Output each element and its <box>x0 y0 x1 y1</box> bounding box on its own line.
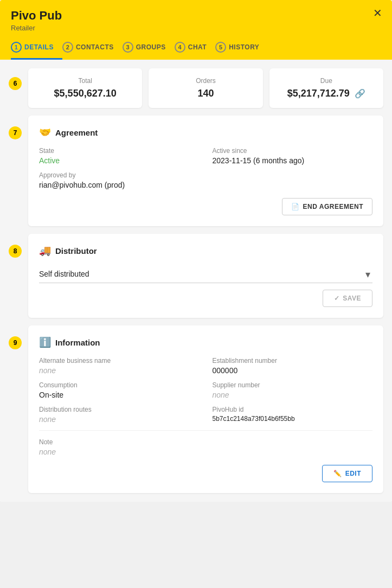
tab-label-contacts: CONTACTS <box>76 43 114 51</box>
edit-button[interactable]: ✏️ EDIT <box>322 465 372 482</box>
supplier-number-label: Supplier number <box>213 381 373 389</box>
tab-label-chat: CHAT <box>188 43 207 51</box>
save-button[interactable]: ✓ SAVE <box>323 290 372 307</box>
orders-value: 140 <box>157 88 254 99</box>
modal-container: Pivo Pub Retailer ✕ 1 DETAILS 2 CONTACTS… <box>0 0 392 502</box>
close-icon: ✕ <box>373 7 382 19</box>
agreement-title: 🤝 Agreement <box>39 126 372 138</box>
stat-total: Total $5,550,627.10 <box>28 68 142 108</box>
step-7-badge: 7 <box>9 126 22 139</box>
state-field: State Active <box>39 147 200 165</box>
establishment-number-value: 000000 <box>213 366 373 375</box>
checkmark-icon: ✓ <box>334 295 340 302</box>
tab-badge-contacts: 2 <box>62 42 73 53</box>
orders-label: Orders <box>157 77 254 85</box>
tab-groups[interactable]: 3 GROUPS <box>123 36 175 60</box>
distributor-actions: ✓ SAVE <box>39 290 372 307</box>
info-icon: ℹ️ <box>39 336 51 348</box>
agreement-actions: 📄 END AGREEMENT <box>39 198 372 215</box>
tab-chat[interactable]: 4 CHAT <box>175 36 215 60</box>
due-value: $5,217,712.79 🔗 <box>278 88 375 99</box>
info-row-3: Distribution routes none PivoHub id 5b7c… <box>39 406 372 424</box>
document-icon: 📄 <box>291 203 300 210</box>
information-section: 9 ℹ️ Information Alternate business name… <box>9 325 383 493</box>
distribution-routes-field: Distribution routes none <box>39 406 200 424</box>
information-actions: ✏️ EDIT <box>39 465 372 482</box>
approved-by-field: Approved by rian@pivohub.com (prod) <box>39 171 372 189</box>
distributor-section: 8 🚚 Distributor Self distributed ▾ ✓ SAV… <box>9 234 383 318</box>
stat-orders: Orders 140 <box>149 68 262 108</box>
state-label: State <box>39 147 200 155</box>
tab-contacts[interactable]: 2 CONTACTS <box>62 36 123 60</box>
information-title: ℹ️ Information <box>39 336 372 348</box>
tab-badge-chat: 4 <box>175 42 185 53</box>
agreement-section: 7 🤝 Agreement State Active Active since … <box>9 116 383 226</box>
state-value: Active <box>39 156 200 165</box>
distribution-routes-label: Distribution routes <box>39 406 200 413</box>
note-section: Note none <box>39 430 372 456</box>
close-button[interactable]: ✕ <box>373 8 382 18</box>
active-since-value: 2023-11-15 (6 months ago) <box>213 156 373 165</box>
step-8-badge: 8 <box>9 245 22 258</box>
tab-badge-history: 5 <box>215 42 226 53</box>
agreement-icon: 🤝 <box>39 126 51 138</box>
modal-body: 6 Total $5,550,627.10 Orders 140 Due $5,… <box>0 60 392 502</box>
total-label: Total <box>37 77 133 85</box>
tab-details[interactable]: 1 DETAILS <box>11 36 62 60</box>
stat-due: Due $5,217,712.79 🔗 <box>269 68 383 108</box>
supplier-number-value: none <box>213 391 373 399</box>
consumption-label: Consumption <box>39 381 200 389</box>
pivohub-id-field: PivoHub id 5b7c1c2148a73f014b6f55bb <box>213 406 373 424</box>
agreement-info: State Active Active since 2023-11-15 (6 … <box>39 147 372 165</box>
establishment-number-field: Establishment number 000000 <box>213 357 373 375</box>
info-row-2: Consumption On-site Supplier number none <box>39 381 372 399</box>
consumption-field: Consumption On-site <box>39 381 200 399</box>
distributor-card: 🚚 Distributor Self distributed ▾ ✓ SAVE <box>28 234 383 318</box>
supplier-number-field: Supplier number none <box>213 381 373 399</box>
agreement-card: 🤝 Agreement State Active Active since 20… <box>28 116 383 226</box>
pivohub-id-label: PivoHub id <box>213 406 373 413</box>
total-value: $5,550,627.10 <box>37 88 133 99</box>
note-label: Note <box>39 438 372 446</box>
modal-subtitle: Retailer <box>11 24 62 32</box>
distributor-wrapper: Self distributed ▾ <box>39 265 372 283</box>
tab-badge-groups: 3 <box>123 42 133 53</box>
alt-business-name-value: none <box>39 366 200 375</box>
pivohub-id-value: 5b7c1c2148a73f014b6f55bb <box>213 415 373 423</box>
step-9-badge: 9 <box>9 336 22 349</box>
active-since-label: Active since <box>213 147 373 155</box>
stats-section: 6 Total $5,550,627.10 Orders 140 Due $5,… <box>9 68 383 108</box>
tab-label-history: HISTORY <box>229 43 259 51</box>
modal-header: Pivo Pub Retailer ✕ 1 DETAILS 2 CONTACTS… <box>0 0 392 60</box>
due-label: Due <box>278 77 375 85</box>
approved-by-value: rian@pivohub.com (prod) <box>39 181 372 189</box>
active-since-field: Active since 2023-11-15 (6 months ago) <box>213 147 373 165</box>
distributor-title: 🚚 Distributor <box>39 245 372 257</box>
truck-icon: 🚚 <box>39 245 51 257</box>
step-6-badge: 6 <box>9 77 22 90</box>
info-row-1: Alternate business name none Establishme… <box>39 357 372 375</box>
tab-label-details: DETAILS <box>24 43 54 51</box>
pencil-icon: ✏️ <box>333 470 342 477</box>
stats-row: Total $5,550,627.10 Orders 140 Due $5,21… <box>28 68 383 108</box>
tab-badge-details: 1 <box>11 42 22 53</box>
distributor-select[interactable]: Self distributed <box>39 265 372 283</box>
end-agreement-button[interactable]: 📄 END AGREEMENT <box>282 198 372 215</box>
approved-by-label: Approved by <box>39 171 372 179</box>
tabs-container: 1 DETAILS 2 CONTACTS 3 GROUPS 4 CHAT 5 H… <box>11 36 381 60</box>
consumption-value: On-site <box>39 391 200 399</box>
due-link-icon[interactable]: 🔗 <box>355 89 365 98</box>
modal-title: Pivo Pub <box>11 9 62 23</box>
information-card: ℹ️ Information Alternate business name n… <box>28 325 383 493</box>
establishment-number-label: Establishment number <box>213 357 373 365</box>
alt-business-name-label: Alternate business name <box>39 357 200 365</box>
tab-history[interactable]: 5 HISTORY <box>215 36 268 60</box>
tab-label-groups: GROUPS <box>136 43 166 51</box>
alt-business-name-field: Alternate business name none <box>39 357 200 375</box>
distribution-routes-value: none <box>39 415 200 424</box>
note-field: Note none <box>39 438 372 456</box>
note-value: none <box>39 448 372 456</box>
